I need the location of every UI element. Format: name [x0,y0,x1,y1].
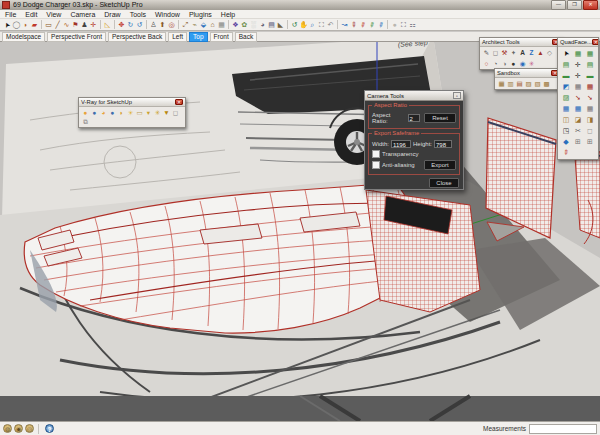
separator[interactable] [114,20,115,29]
separator[interactable] [337,20,338,29]
camera-tools-close-icon[interactable]: ▫ [453,92,461,99]
pencil-blue-icon[interactable]: ✎ [374,18,387,31]
zoom-tool-icon[interactable]: ⌕ [308,20,317,30]
arch-letter-z-icon[interactable]: Z [527,48,536,57]
section-plane-icon[interactable]: ⬙ [199,20,208,30]
claim-status-icon[interactable]: ◎ [25,424,34,433]
qf-quadrangulate-icon[interactable]: ▦ [560,103,572,114]
qf-insert-loop-icon[interactable]: ▦ [572,81,584,92]
sandbox-drape-icon[interactable]: ▧ [533,79,542,88]
disabled-tool-icon[interactable]: ● [390,20,399,30]
qf-edge-icon[interactable]: ▬ [560,70,572,81]
aspect-ratio-input[interactable]: 2 [408,114,420,122]
components-icon[interactable]: ❖ [231,20,240,30]
vray-rect-light-icon[interactable]: ▭ [135,108,144,117]
zoom-extents-icon[interactable]: ⛶ [317,20,326,30]
qf-grid1-icon[interactable]: ▦ [572,48,584,59]
export-button[interactable]: Export [424,160,456,170]
rotate-copy-icon[interactable]: ↺ [135,20,144,30]
scene-tab[interactable]: Back [235,32,257,42]
arch-triangle-icon[interactable]: ▲ [536,48,545,57]
texture-tool-icon[interactable]: ▦ [217,20,226,30]
vray-toolbar-titlebar[interactable]: V-Ray for SketchUp ✕ [79,98,185,107]
arch-circle-red-icon[interactable]: ○ [482,59,491,68]
scale-tool-icon[interactable]: ⤢ [181,20,190,30]
arch-diamond-icon[interactable]: ◇ [545,48,554,57]
reset-button[interactable]: Reset [424,113,456,123]
measurements-input[interactable] [529,424,597,434]
vray-sun-icon[interactable]: ☀ [126,108,135,117]
qf-uv-tube-icon[interactable]: ◪ [572,114,584,125]
soften-edges-icon[interactable]: ◕ [258,20,267,30]
arch-pie-icon[interactable]: ◔ [491,59,500,68]
quadface-close-icon[interactable]: ✕ [592,39,598,45]
qf-loop-icon[interactable]: ▤ [560,59,572,70]
separator[interactable] [41,20,42,29]
qf-grid-a-icon[interactable]: ⊞ [572,136,584,147]
menu-item[interactable]: Window [155,10,180,19]
vray-omni-light-icon[interactable]: ✳ [153,108,162,117]
maximize-button[interactable]: ❐ [567,0,582,10]
separator[interactable] [387,20,388,29]
paint-bucket-icon[interactable]: ◗ [21,20,30,30]
qf-remove-loop-icon[interactable]: ▦ [584,81,596,92]
geolocation-status-icon[interactable]: ◍ [3,424,12,433]
arch-erase-icon[interactable]: ◻ [491,48,500,57]
separator[interactable] [228,20,229,29]
close-dialog-button[interactable]: Close [429,178,459,188]
minimize-button[interactable]: — [551,0,566,10]
credits-status-icon[interactable]: ◉ [14,424,23,433]
vray-spot-light-icon[interactable]: ▼ [162,108,171,117]
vray-options-icon[interactable]: ● [90,108,99,117]
move-tool-icon[interactable]: ✥ [117,20,126,30]
pan-tool-icon[interactable]: ✋ [299,20,308,30]
arch-star-icon[interactable]: ✦ [509,48,518,57]
vray-close-icon[interactable]: ✕ [175,99,183,105]
vray-render-icon[interactable]: ● [81,108,90,117]
arch-asterisk-icon[interactable]: ✳ [527,59,536,68]
quadface-titlebar[interactable]: QuadFace... ✕ [558,38,598,47]
qf-convert-icon[interactable]: ▦ [584,103,596,114]
scene-tab[interactable]: Left [168,32,187,42]
separator[interactable] [146,20,147,29]
close-button[interactable]: ✕ [583,0,598,10]
qf-ring-icon[interactable]: ▤ [584,59,596,70]
qf-grid-b-icon[interactable]: ⊞ [584,136,596,147]
vray-ies-light-icon[interactable]: ▾ [144,108,153,117]
layers-icon[interactable]: ▤ [267,20,276,30]
scene-tab[interactable]: Modelspace [2,32,45,42]
tape-measure-icon[interactable]: ⌁ [190,20,199,30]
match-photo-icon[interactable]: ⌂ [208,20,217,30]
scene-tab[interactable]: Front [210,32,233,42]
qf-connect-icon[interactable]: ◩ [560,81,572,92]
orbit-tool-icon[interactable]: ↺ [290,20,299,30]
qf-uv-plane-icon[interactable]: ◨ [584,114,596,125]
qf-arrow1-icon[interactable]: ➘ [572,92,584,103]
selection-grow-icon[interactable]: ⛶ [399,20,408,30]
rectangle-tool-icon[interactable]: ▭ [44,20,53,30]
qf-uv-box-icon[interactable]: ◫ [560,114,572,125]
height-input[interactable]: 798 [434,140,452,148]
axes-tool-icon[interactable]: ✛ [89,20,98,30]
rotate-tool-icon[interactable]: ↻ [126,20,135,30]
menu-item[interactable]: View [46,10,61,19]
arch-drop-icon[interactable]: ◉ [518,59,527,68]
lasso-icon[interactable]: ◯ [12,20,21,30]
transparency-checkbox[interactable] [372,150,380,158]
scene-tab[interactable]: Perspective Front [47,32,106,42]
selection-shrink-icon[interactable]: ⚏ [408,20,417,30]
scene-tab[interactable]: Perspective Back [108,32,166,42]
fog-icon[interactable]: ░ [249,20,258,30]
sandbox-from-contours-icon[interactable]: ▦ [497,79,506,88]
antialiasing-checkbox[interactable] [372,161,380,169]
menu-item[interactable]: Edit [25,10,37,19]
menu-item[interactable]: Tools [130,10,146,19]
arch-half-icon[interactable]: ◑ [500,59,509,68]
scene-tab[interactable]: Top [189,32,207,42]
vray-sphere-icon[interactable]: ● [108,108,117,117]
qf-unwrap-icon[interactable]: ◳ [560,125,572,136]
qf-blank[interactable] [584,147,596,158]
architect-tools-titlebar[interactable]: Architect Tools ✕ [480,38,562,47]
protractor-icon[interactable]: ◺ [103,20,112,30]
vray-material-editor-icon[interactable]: ◕ [99,108,108,117]
